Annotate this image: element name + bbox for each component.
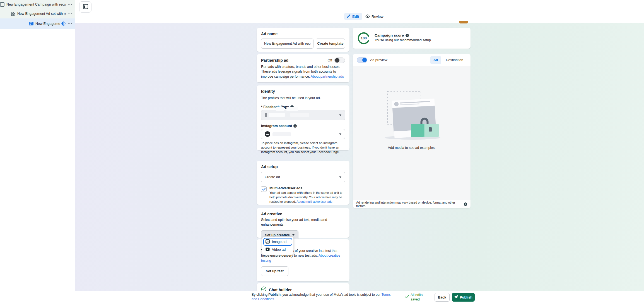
menu-item-image-ad[interactable]: Image ad: [263, 238, 292, 246]
page-avatar: [265, 113, 267, 117]
photo-icon: [266, 239, 270, 244]
ad-setup-select-value: Create ad: [265, 175, 280, 179]
redaction-blur: [269, 113, 285, 117]
tab-edit-label: Edit: [352, 15, 359, 19]
sidebar-item-ad-selected[interactable]: New Engagement Ad with rec...: [0, 18, 75, 29]
ad-preview-label: Ad preview: [370, 58, 387, 62]
caret-down-icon: [339, 133, 341, 135]
ad-setup-card: Ad setup Create ad Multi-advertiser ads …: [257, 161, 349, 205]
campaign-score-value: 100: [357, 32, 370, 45]
grid-icon: [11, 12, 15, 16]
ads-manager-edit-page: Edit Review New Engagement Campaign with…: [0, 0, 644, 303]
menu-item-label: Video ad: [272, 248, 286, 252]
campaign-score-title: Campaign score: [375, 33, 404, 37]
campaign-score-card: 100 Campaign score You're using our reco…: [353, 28, 471, 49]
campaign-tree-sidebar: New Engagement Campaign with reco... New…: [0, 0, 75, 291]
caret-down-icon: [339, 176, 341, 178]
partnership-toggle-label: Off: [328, 58, 332, 62]
redaction-blur: [272, 132, 291, 136]
create-template-button[interactable]: Create template: [316, 39, 345, 49]
caret-down-icon: [292, 234, 295, 236]
square-outline-icon: [0, 2, 4, 7]
three-dots-icon[interactable]: [68, 23, 72, 24]
tab-edit[interactable]: Edit: [344, 13, 362, 20]
about-multi-advertiser-link[interactable]: About multi-advertiser ads: [296, 200, 332, 203]
all-edits-saved-status: All edits saved: [411, 293, 427, 302]
ad-preview-card: Ad preview Ad Destination: [353, 54, 471, 208]
ad-setup-title: Ad setup: [261, 164, 345, 169]
pencil-icon: [347, 14, 351, 19]
preview-disclaimer-text: Ad rendering and interaction may vary ba…: [356, 201, 462, 207]
half-circle-status-icon: [61, 22, 66, 26]
panel-left-icon: [83, 4, 88, 10]
play-icon: [266, 247, 270, 252]
top-bar: Edit Review: [75, 0, 644, 23]
instagram-help-text: To place ads on Instagram, please select…: [261, 141, 345, 154]
sidebar-item-label: New Engagement Ad with rec...: [35, 22, 60, 26]
set-up-creative-label: Set up creative: [265, 233, 290, 237]
sidebar-item-adset[interactable]: New Engagement Ad set with reco...: [0, 9, 75, 18]
back-button[interactable]: Back: [435, 293, 450, 302]
info-icon[interactable]: [293, 124, 297, 128]
empty-preview-illustration: [380, 91, 444, 142]
eye-icon: [365, 15, 370, 19]
ad-preview-disclaimer-bar: Ad rendering and interaction may vary ba…: [353, 200, 471, 208]
partnership-title: Partnership ad: [261, 58, 288, 63]
image-frame-icon: [29, 22, 33, 25]
sidebar-item-campaign[interactable]: New Engagement Campaign with reco...: [0, 0, 75, 9]
ad-creative-subtitle: Select and optimise your ad text, media …: [261, 218, 345, 227]
partnership-ad-card: Partnership ad Off Run ads with creators…: [257, 54, 349, 82]
three-dots-icon[interactable]: [68, 4, 72, 5]
preview-tab-destination[interactable]: Destination: [442, 56, 467, 64]
ad-name-title: Ad name: [261, 32, 345, 36]
info-icon[interactable]: [464, 202, 467, 206]
menu-item-label: Image ad: [272, 240, 286, 244]
set-up-test-button[interactable]: Set up test: [261, 266, 288, 276]
saved-check-icon: [405, 295, 409, 300]
preview-placeholder-text: Add media to see ad examples.: [388, 145, 436, 150]
instagram-account-label: Instagram account: [261, 124, 292, 128]
multi-advertiser-title: Multi-advertiser ads: [269, 186, 345, 190]
menu-item-video-ad[interactable]: Video ad: [263, 246, 292, 254]
info-icon[interactable]: [406, 34, 409, 37]
identity-subtitle: The profiles that will be used in your a…: [261, 96, 345, 101]
partnership-toggle[interactable]: [334, 58, 345, 63]
ad-preview-header: Ad preview Ad Destination: [353, 54, 471, 66]
publish-legal-text: By clicking Publish, you acknowledge tha…: [252, 293, 397, 302]
sidebar-item-label: New Engagement Ad set with reco...: [17, 12, 66, 16]
sidebar-item-label: New Engagement Campaign with reco...: [6, 3, 66, 6]
tab-review-label: Review: [372, 15, 383, 19]
sidebar-collapse-button[interactable]: [79, 1, 91, 13]
caret-down-icon: [339, 114, 341, 116]
ad-preview-toggle[interactable]: [357, 57, 367, 63]
ad-setup-select[interactable]: Create ad: [261, 172, 345, 182]
identity-title: Identity: [261, 89, 345, 94]
ad-creative-title: Ad creative: [261, 212, 345, 216]
three-dots-icon[interactable]: [68, 13, 72, 14]
paper-plane-icon: [454, 295, 458, 300]
instagram-account-select[interactable]: [261, 129, 345, 139]
multi-advertiser-checkbox[interactable]: [261, 186, 267, 192]
scrolled-notice-fragment: [459, 21, 468, 23]
creative-type-menu: Image ad Video ad: [262, 237, 293, 255]
facebook-page-select[interactable]: [261, 110, 345, 120]
tab-review[interactable]: Review: [363, 13, 386, 20]
preview-tab-ad[interactable]: Ad: [430, 56, 442, 64]
footer-bar: By clicking Publish, you acknowledge tha…: [0, 291, 644, 303]
campaign-score-subtitle: You're using our recommended setup.: [375, 38, 432, 43]
ad-preview-body: Add media to see ad examples.: [353, 66, 471, 200]
redaction-blur: [286, 107, 298, 111]
campaign-score-ring: 100: [357, 32, 370, 45]
about-partnership-ads-link[interactable]: About partnership ads: [311, 75, 344, 78]
facebook-page-label: * Facebook Page: [261, 105, 289, 109]
ad-creative-card: Ad creative Select and optimise your ad …: [257, 208, 349, 238]
publish-button[interactable]: Publish: [452, 293, 475, 302]
redaction-blur: [276, 107, 284, 111]
identity-card: Identity The profiles that will be used …: [257, 85, 349, 150]
instagram-avatar: [265, 131, 270, 137]
ad-name-input[interactable]: [261, 39, 313, 49]
publish-label: Publish: [460, 295, 472, 299]
ad-name-card: Ad name Create template: [257, 28, 349, 52]
redaction-blur: [290, 113, 309, 117]
